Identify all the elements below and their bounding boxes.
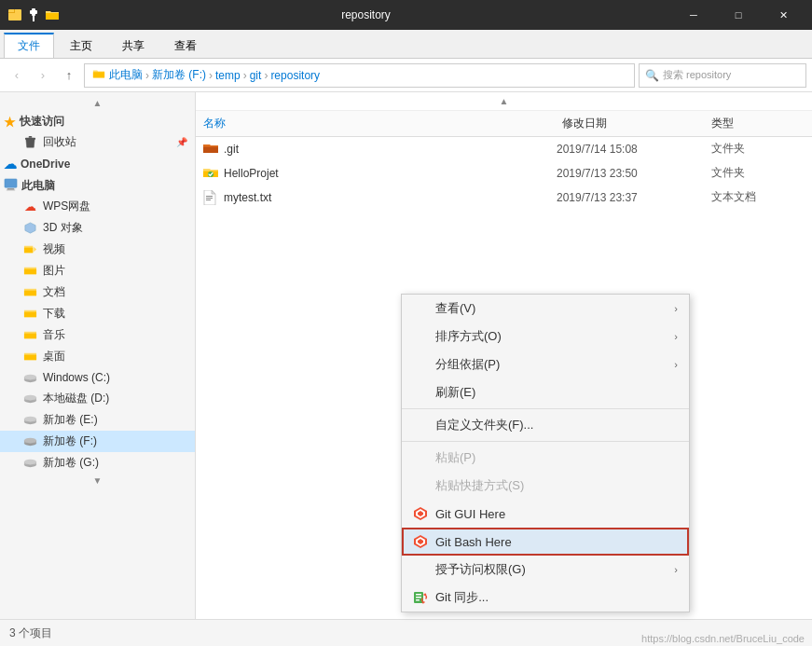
search-placeholder: 搜索 repository xyxy=(663,68,731,82)
tab-share[interactable]: 共享 xyxy=(108,34,158,58)
menu-item-git-gui[interactable]: Git GUI Here xyxy=(402,500,689,528)
drive-f-icon xyxy=(22,434,37,449)
music-icon xyxy=(22,328,37,343)
videos-icon xyxy=(22,242,37,257)
grant-access-icon xyxy=(413,562,428,577)
star-icon: ★ xyxy=(4,115,16,130)
git-gui-icon xyxy=(413,506,428,521)
sidebar-item-new-f[interactable]: 新加卷 (F:) xyxy=(0,431,195,452)
folder-icon-path xyxy=(92,67,105,83)
close-button[interactable]: ✕ xyxy=(762,0,805,30)
sidebar-item-music[interactable]: 音乐 xyxy=(0,324,195,346)
this-pc-icon xyxy=(4,177,18,194)
sidebar-label-new-f: 新加卷 (F:) xyxy=(43,433,97,449)
sidebar-item-new-g[interactable]: 新加卷 (G:) xyxy=(0,452,195,474)
sidebar-label-videos: 视频 xyxy=(43,241,65,257)
menu-item-git-sync[interactable]: Git 同步... xyxy=(402,584,689,612)
path-pc[interactable]: 此电脑 xyxy=(109,67,143,83)
svg-point-23 xyxy=(23,438,35,444)
svg-rect-39 xyxy=(416,597,421,598)
sidebar-item-desktop[interactable]: 桌面 xyxy=(0,346,195,367)
path-drive[interactable]: 新加卷 (F:) xyxy=(152,67,206,83)
sidebar-label-recycle: 回收站 xyxy=(43,134,76,150)
svg-rect-1 xyxy=(8,12,14,13)
title-bar: repository ─ □ ✕ xyxy=(0,0,812,30)
sidebar-item-windows-c[interactable]: Windows (C:) xyxy=(0,367,195,388)
svg-rect-10 xyxy=(7,190,15,191)
sidebar-item-recycle[interactable]: 回收站 📌 xyxy=(0,131,195,153)
sidebar-item-local-d[interactable]: 本地磁盘 (D:) xyxy=(0,388,195,409)
col-header-name[interactable]: 名称 xyxy=(203,116,562,131)
scroll-up-arrow[interactable]: ▲ xyxy=(0,96,195,110)
menu-sep-2 xyxy=(402,441,689,442)
menu-item-sort[interactable]: 排序方式(O) › xyxy=(402,323,689,350)
sidebar-item-3d[interactable]: 3D 对象 xyxy=(0,217,195,239)
customize-icon xyxy=(413,418,428,433)
menu-item-paste[interactable]: 粘贴(P) xyxy=(402,444,689,472)
table-row[interactable]: mytest.txt 2019/7/13 23:37 文本文档 xyxy=(196,186,812,210)
sidebar-label-onedrive: OneDrive xyxy=(21,158,70,171)
documents-icon xyxy=(22,285,37,300)
menu-item-git-bash[interactable]: Git Bash Here xyxy=(402,528,689,556)
address-bar: ‹ › ↑ 此电脑 › 新加卷 (F:) › temp › git › repo… xyxy=(0,59,812,92)
sidebar-item-quick-access[interactable]: ★ 快速访问 xyxy=(0,110,195,131)
col-header-date[interactable]: 修改日期 xyxy=(562,116,711,131)
git-sync-icon xyxy=(413,590,428,605)
scroll-down-arrow[interactable]: ▼ xyxy=(0,474,195,488)
item-count: 3 个项目 xyxy=(9,625,52,641)
tab-home[interactable]: 主页 xyxy=(56,34,106,58)
search-box[interactable]: 🔍 搜索 repository xyxy=(639,63,806,88)
sidebar-item-wps[interactable]: ☁ WPS网盘 xyxy=(0,196,195,217)
desktop-icon xyxy=(22,350,37,364)
svg-rect-28 xyxy=(206,196,213,197)
table-row[interactable]: .git 2019/7/14 15:08 文件夹 xyxy=(196,137,812,161)
watermark: https://blog.csdn.net/BruceLiu_code xyxy=(641,633,805,644)
pin-icon xyxy=(26,7,41,22)
sidebar-label-documents: 文档 xyxy=(43,284,65,300)
git-bash-icon xyxy=(413,534,428,549)
ribbon-tabs: 文件 主页 共享 查看 xyxy=(0,30,812,58)
paste-icon xyxy=(413,450,428,465)
sort-indicator: ▲ xyxy=(196,92,812,111)
file-name-helloprojet: HelloProjet xyxy=(224,167,551,180)
menu-item-customize[interactable]: 自定义文件夹(F)... xyxy=(402,411,689,439)
menu-item-view[interactable]: 查看(V) › xyxy=(402,295,689,323)
minimize-button[interactable]: ─ xyxy=(672,0,715,30)
title-bar-controls[interactable]: ─ □ ✕ xyxy=(672,0,805,30)
path-repo[interactable]: repository xyxy=(270,69,320,82)
sidebar-item-new-e[interactable]: 新加卷 (E:) xyxy=(0,409,195,431)
sidebar-label-pictures: 图片 xyxy=(43,263,65,279)
menu-item-paste-shortcut[interactable]: 粘贴快捷方式(S) xyxy=(402,472,689,500)
file-type-mytest: 文本文档 xyxy=(711,189,805,205)
maximize-button[interactable]: □ xyxy=(717,0,760,30)
sidebar-item-videos[interactable]: 视频 xyxy=(0,239,195,260)
group-icon xyxy=(413,357,428,372)
col-header-type[interactable]: 类型 xyxy=(711,116,805,131)
menu-item-grant-access[interactable]: 授予访问权限(G) › xyxy=(402,556,689,584)
sidebar-item-pictures[interactable]: 图片 xyxy=(0,260,195,282)
menu-item-refresh[interactable]: 刷新(E) xyxy=(402,378,689,406)
ribbon: 文件 主页 共享 查看 xyxy=(0,30,812,59)
up-button[interactable]: ↑ xyxy=(58,64,80,87)
svg-rect-2 xyxy=(14,9,15,13)
onedrive-icon: ☁ xyxy=(4,157,17,172)
path-temp[interactable]: temp xyxy=(215,69,241,82)
tab-view[interactable]: 查看 xyxy=(160,34,211,58)
tab-file[interactable]: 文件 xyxy=(4,33,54,58)
path-git[interactable]: git xyxy=(250,69,262,82)
sidebar-label-this-pc: 此电脑 xyxy=(21,178,55,194)
address-path[interactable]: 此电脑 › 新加卷 (F:) › temp › git › repository xyxy=(84,63,635,88)
grant-access-arrow: › xyxy=(674,564,678,575)
table-row[interactable]: HelloProjet 2019/7/13 23:50 文件夹 xyxy=(196,161,812,186)
menu-item-group[interactable]: 分组依据(P) › xyxy=(402,350,689,378)
sidebar-item-documents[interactable]: 文档 xyxy=(0,282,195,303)
column-headers: 名称 修改日期 类型 xyxy=(196,111,812,137)
sidebar-item-downloads[interactable]: 下载 xyxy=(0,303,195,324)
back-button[interactable]: ‹ xyxy=(6,64,28,87)
sidebar-item-this-pc[interactable]: 此电脑 xyxy=(0,173,195,196)
downloads-icon xyxy=(22,307,37,322)
forward-button[interactable]: › xyxy=(32,64,54,87)
svg-rect-9 xyxy=(7,188,15,189)
menu-label-git-sync: Git 同步... xyxy=(435,589,678,606)
sidebar-item-onedrive[interactable]: ☁ OneDrive xyxy=(0,153,195,173)
